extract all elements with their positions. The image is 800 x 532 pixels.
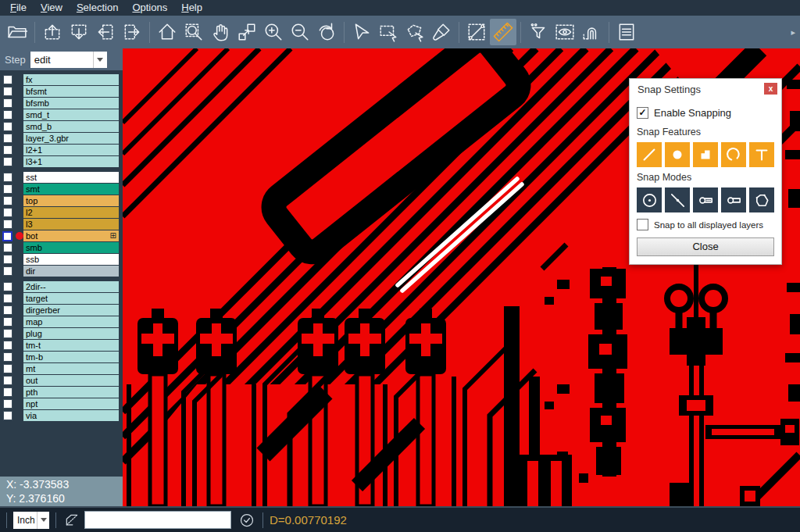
layer-name[interactable]: l3 [23,219,119,230]
layer-visibility-checkbox[interactable] [3,317,12,327]
layer-name[interactable]: out [23,375,119,386]
shift-left-button[interactable] [92,19,119,45]
zoom-undo-button[interactable] [313,19,340,45]
layer-visibility-checkbox[interactable] [3,220,12,229]
layer-visibility-checkbox[interactable] [3,196,12,205]
layer-name[interactable]: tm-b [23,352,119,362]
layer-visibility-checkbox[interactable] [3,399,12,409]
layer-visibility-checkbox[interactable] [3,266,12,276]
shift-right-button[interactable] [119,19,145,45]
layer-row-bfsmt[interactable]: bfsmt [0,86,123,97]
layer-name[interactable]: smb [23,242,119,253]
layer-visibility-checkbox[interactable] [2,231,12,241]
select-poly-button[interactable] [402,19,428,45]
layer-visibility-checkbox[interactable] [3,75,12,84]
layer-row-tm-b[interactable]: tm-b [0,352,123,362]
step-select[interactable]: edit [30,52,107,68]
pan-button[interactable] [207,19,234,45]
layer-row-via[interactable]: via [0,410,123,421]
layer-row-2dir--[interactable]: 2dir-- [0,281,123,292]
layer-name[interactable]: target [23,293,119,304]
layer-visibility-checkbox[interactable] [3,364,12,373]
layer-visibility-checkbox[interactable] [3,376,12,385]
layer-name[interactable]: layer_3.gbr [23,133,119,144]
menu-selection[interactable]: Selection [70,0,125,16]
measure-input[interactable] [84,511,231,529]
layer-visibility-checkbox[interactable] [3,341,12,350]
snap-feature-line-button[interactable] [637,142,662,167]
layer-name[interactable]: dirgerber [23,305,119,316]
open-folder-button[interactable] [4,19,30,45]
layer-visibility-checkbox[interactable] [3,110,12,120]
layer-visibility-checkbox[interactable] [3,184,12,194]
zoom-area-button[interactable] [180,19,207,45]
layer-name[interactable]: npt [23,398,119,409]
layer-visibility-checkbox[interactable] [3,208,12,217]
menu-help[interactable]: Help [174,0,209,16]
measure-line-button[interactable] [463,19,490,45]
layer-name[interactable]: pth [23,387,119,398]
snap-feature-arc-button[interactable] [721,142,746,167]
layer-name[interactable]: l3+1 [23,156,119,167]
layer-row-dirgerber[interactable]: dirgerber [0,305,123,316]
layer-name[interactable]: l2+1 [23,145,119,155]
layer-visibility-checkbox[interactable] [3,282,12,291]
layer-row-ssb[interactable]: ssb [0,254,123,265]
layer-name[interactable]: plug [23,328,119,339]
snap-feature-text-button[interactable] [749,142,774,167]
select-cursor-button[interactable] [348,19,375,45]
enable-snapping-checkbox[interactable]: ✓ [637,107,648,119]
layer-row-pth[interactable]: pth [0,387,123,398]
layer-visibility-checkbox[interactable] [3,145,12,155]
layer-name[interactable]: mt [23,363,119,374]
layer-visibility-checkbox[interactable] [3,411,12,420]
menu-file[interactable]: File [3,0,34,16]
layer-row-bfsmb[interactable]: bfsmb [0,98,123,109]
layer-row-layer_3.gbr[interactable]: layer_3.gbr [0,133,123,144]
layer-row-smb[interactable]: smb [0,242,123,253]
layer-row-dir[interactable]: dir [0,266,123,277]
filter-button[interactable] [525,19,552,45]
layer-row-l3[interactable]: l3 [0,219,123,230]
layer-name[interactable]: smd_t [23,109,119,120]
snap-feature-pad-round-button[interactable] [665,142,690,167]
layer-name[interactable]: smd_b [23,121,119,132]
layer-row-out[interactable]: out [0,375,123,386]
layer-row-plug[interactable]: plug [0,328,123,339]
layer-visibility-checkbox[interactable] [3,255,12,264]
snap-mode-center-button[interactable] [637,187,662,212]
layer-name[interactable]: smt [23,184,119,195]
zoom-in-button[interactable] [260,19,287,45]
corner-angle-icon[interactable] [62,511,81,530]
snap-feature-pad-shape-button[interactable] [693,142,718,167]
layer-row-l2+1[interactable]: l2+1 [0,145,123,155]
close-icon[interactable]: x [764,83,777,95]
layer-visibility-checkbox[interactable] [3,243,12,252]
grid-badge-icon[interactable]: ⊞ [110,230,116,241]
layer-visibility-checkbox[interactable] [3,134,12,143]
sync-check-icon[interactable] [238,511,256,530]
layer-visibility-checkbox[interactable] [3,157,12,166]
layer-name[interactable]: dir [23,266,119,277]
snap-mode-slot-center-button[interactable] [693,187,718,212]
pcb-canvas[interactable]: Snap Settings x ✓ Enable Snapping Snap F… [123,48,800,506]
layer-name[interactable]: bot⊞ [23,230,119,241]
layer-row-l3+1[interactable]: l3+1 [0,156,123,167]
menu-view[interactable]: View [34,0,70,16]
layer-row-map[interactable]: map [0,316,123,327]
zoom-out-button[interactable] [287,19,313,45]
layer-row-fx[interactable]: fx [0,74,123,85]
clean-brush-button[interactable] [428,19,455,45]
layer-name[interactable]: via [23,410,119,421]
snap-mode-slot-end-button[interactable] [721,187,746,212]
snap-mode-contour-button[interactable] [749,187,774,212]
layer-row-tm-t[interactable]: tm-t [0,340,123,351]
shift-down-button[interactable] [66,19,92,45]
layer-name[interactable]: bfsmb [23,98,119,109]
layer-row-sst[interactable]: sst [0,172,123,183]
layer-row-smd_t[interactable]: smd_t [0,109,123,120]
layer-visibility-checkbox[interactable] [3,122,12,131]
shift-up-button[interactable] [39,19,66,45]
report-button[interactable] [613,19,640,45]
layer-visibility-checkbox[interactable] [3,387,12,397]
